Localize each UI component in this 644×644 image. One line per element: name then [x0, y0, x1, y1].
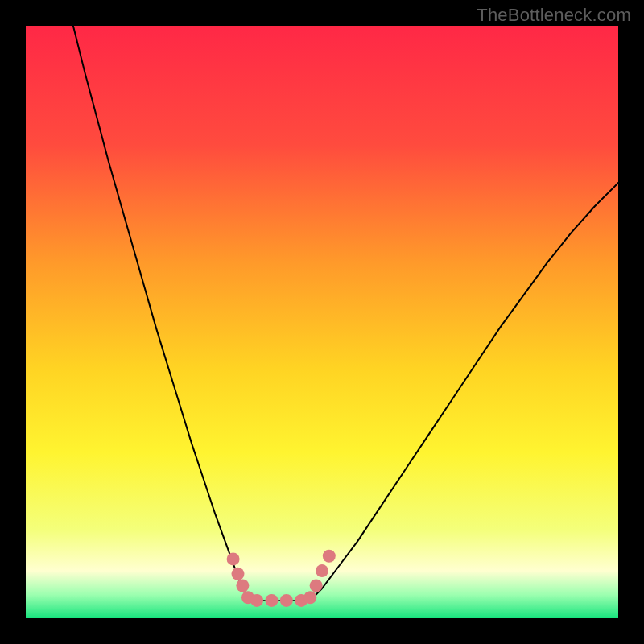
chart-frame: TheBottleneck.com — [0, 0, 644, 644]
marker-dots-right — [303, 591, 316, 604]
marker-dots-left — [280, 594, 293, 607]
plot-area — [26, 26, 618, 618]
marker-dots-left — [265, 594, 278, 607]
marker-dots-left — [250, 594, 263, 607]
watermark-text: TheBottleneck.com — [477, 5, 631, 26]
marker-dots-right — [323, 550, 336, 563]
marker-dots-left — [227, 552, 240, 565]
gradient-background — [26, 26, 618, 618]
chart-svg — [26, 26, 618, 618]
marker-dots-left — [231, 568, 244, 580]
marker-dots-right — [310, 580, 323, 592]
marker-dots-left — [236, 580, 249, 592]
marker-dots-right — [316, 564, 328, 577]
